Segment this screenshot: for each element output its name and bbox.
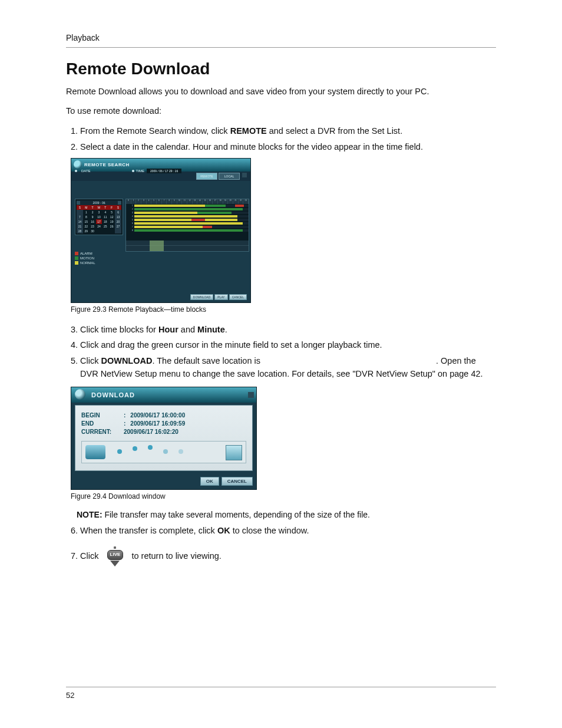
panel-header: DATE TIME 2009 / 06 / 17 29 : 16: [75, 167, 247, 175]
download-titlebar: DOWNLOAD: [71, 387, 256, 403]
cancel-button[interactable]: CANCEL: [222, 477, 253, 486]
figure-remote-search: REMOTE SEARCH REMOTE LOCAL DATE TIME 200…: [71, 158, 251, 303]
page-number: 52: [66, 691, 74, 700]
page-title: Remote Download: [66, 60, 496, 78]
end-value: 2009/06/17 16:09:59: [130, 420, 185, 427]
step-1: From the Remote Search window, click REM…: [80, 124, 496, 137]
ok-button[interactable]: OK: [200, 477, 219, 486]
gear-icon: [75, 389, 85, 400]
download-title: DOWNLOAD: [91, 391, 135, 398]
time-value: 2009 / 06 / 17 29 : 16: [147, 169, 181, 173]
steps-list-mid: Click time blocks for Hour and Minute. C…: [66, 323, 496, 381]
cancel-button[interactable]: CANCEL: [229, 294, 247, 300]
calendar-title: 2009 - 06: [92, 201, 105, 205]
date-label: DATE: [81, 169, 91, 173]
section-header: Playback: [66, 33, 496, 48]
page-footer: 52: [66, 687, 496, 700]
step-2: Select a date in the calendar. Hour and …: [80, 140, 496, 153]
download-button[interactable]: DOWNLOAD: [190, 294, 213, 300]
begin-label: BEGIN: [81, 412, 121, 419]
steps-list-top: From the Remote Search window, click REM…: [66, 124, 496, 153]
calendar-prev-icon[interactable]: [77, 201, 80, 205]
calendar-next-icon[interactable]: [118, 201, 121, 205]
current-label: CURRENT:: [81, 429, 121, 435]
steps-list-bottom: When the transfer is complete, click OK …: [66, 524, 496, 566]
lead-text: To use remote download:: [66, 105, 496, 117]
destination-icon: [226, 445, 242, 460]
source-icon: [85, 445, 105, 459]
step-7: Click LIVE to return to live viewing.: [80, 546, 496, 566]
step-4: Click and drag the green cursor in the m…: [80, 338, 496, 351]
legend-swatch-normal: [75, 261, 78, 265]
end-label: END: [81, 420, 121, 427]
begin-value: 2009/06/17 16:00:00: [130, 412, 185, 419]
transfer-animation: [81, 441, 246, 463]
timeline-minutes[interactable]: [126, 241, 249, 251]
timeline[interactable]: 01234567891011121314151617181920212223 1…: [125, 199, 249, 252]
timeline-hours[interactable]: 01234567891011121314151617181920212223: [126, 199, 249, 204]
time-label: TIME: [136, 169, 144, 173]
legend-swatch-motion: [75, 256, 78, 260]
note: NOTE: File transfer may take several mom…: [77, 510, 496, 519]
legend-swatch-alarm: [75, 252, 78, 255]
current-value: 2009/06/17 16:02:20: [124, 429, 178, 435]
live-icon[interactable]: LIVE: [104, 546, 125, 566]
step-5: Click DOWNLOAD. The default save locatio…: [80, 354, 496, 381]
figure-1-caption: Figure 29.3 Remote Playback—time blocks: [71, 305, 496, 314]
calendar-grid[interactable]: SMTWTFS 123456 78910111213 1415161718192…: [77, 205, 121, 233]
intro-text: Remote Download allows you to download a…: [66, 85, 496, 98]
calendar[interactable]: 2009 - 06 SMTWTFS 123456 78910111213 141…: [75, 199, 123, 235]
step-6: When the transfer is complete, click OK …: [80, 524, 496, 537]
play-button[interactable]: PLAY: [214, 294, 227, 300]
figure-download-window: DOWNLOAD BEGIN:2009/06/17 16:00:00 END:2…: [71, 387, 257, 490]
figure-2-caption: Figure 29.4 Download window: [71, 492, 496, 500]
close-icon[interactable]: [248, 392, 254, 398]
timeline-cursor[interactable]: [150, 241, 164, 251]
step-3: Click time blocks for Hour and Minute.: [80, 323, 496, 336]
legend: ALARM MOTION NORMAL: [75, 252, 123, 265]
